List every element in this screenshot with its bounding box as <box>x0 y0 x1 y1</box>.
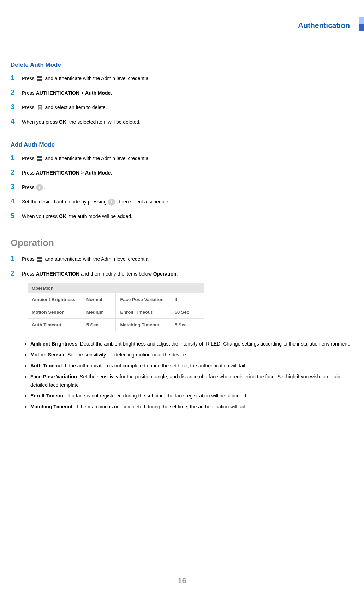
page-header-title: Authentication <box>11 21 353 30</box>
page-edge-marker <box>359 17 364 31</box>
text: and authenticate with the Admin level cr… <box>45 155 151 161</box>
add-step-2: 2 Press AUTHENTICATION > Auth Mode. <box>11 168 353 177</box>
bullet-label: Auth Timeout <box>30 363 62 368</box>
text: Press <box>22 256 36 262</box>
operation-bullets: Ambient Brightness: Detect the ambient b… <box>30 340 353 411</box>
delete-step-1: 1 Press and authenticate with the Admin … <box>11 73 353 83</box>
svg-rect-15 <box>37 260 40 262</box>
text: Press <box>22 170 36 176</box>
operation-table: Operation Ambient Brightness Normal Face… <box>28 283 204 331</box>
text: , the selected item will be deleted. <box>66 119 141 125</box>
table-row: Ambient Brightness Normal Face Pose Vari… <box>28 293 204 306</box>
trash-icon <box>37 104 43 112</box>
text: Press <box>22 105 36 110</box>
cell-value: 5 Sec <box>171 319 204 331</box>
table-row: Auth Timeout 5 Sec Matching Timeout 5 Se… <box>28 319 204 331</box>
text: When you press <box>22 213 59 219</box>
step-text: Press and authenticate with the Admin le… <box>22 73 151 83</box>
step-number: 3 <box>11 102 22 111</box>
add-step-4: 4 Set the desired auth mode by pressing … <box>11 197 353 206</box>
bullet-text: : Set the sensitivity for the position, … <box>30 374 345 388</box>
step-number: 2 <box>11 168 22 176</box>
text: , the auth mode will be added. <box>66 213 132 219</box>
bullet-text: : If the matching is not completed durin… <box>73 404 246 409</box>
bullet-text: : If a face is not registered during the… <box>65 393 248 399</box>
text: Press <box>22 90 36 96</box>
text: Press <box>22 76 36 81</box>
step-text: Press AUTHENTICATION > Auth Mode. <box>22 168 112 177</box>
plus-icon: + <box>108 199 115 206</box>
operation-section-title: Operation <box>11 237 353 248</box>
text: , then select a schedule. <box>116 199 169 205</box>
svg-rect-0 <box>37 76 40 78</box>
step-text: Press AUTHENTICATION > Auth Mode. <box>22 88 112 98</box>
bullet-label: Face Pose Variation <box>30 374 77 379</box>
text: . <box>44 184 46 190</box>
bullet-text: : If the authentication is not completed… <box>62 363 246 368</box>
delete-section-title: Delete Auth Mode <box>11 61 353 69</box>
text-bold: AUTHENTICATION <box>36 90 79 96</box>
cell-label: Auth Timeout <box>28 319 82 331</box>
step-text: When you press OK, the selected item wil… <box>22 117 141 126</box>
svg-rect-4 <box>38 105 42 106</box>
text: and then modify the items below <box>79 271 153 277</box>
text-bold: AUTHENTICATION <box>36 271 79 277</box>
step-number: 4 <box>11 117 22 125</box>
step-number: 5 <box>11 211 22 219</box>
cell-value: 5 Sec <box>82 319 116 331</box>
step-text: Press and authenticate with the Admin le… <box>22 153 151 163</box>
operation-step-2: 2 Press AUTHENTICATION and then modify t… <box>11 269 353 278</box>
step-number: 2 <box>11 269 22 277</box>
step-text: Press and select an item to delete. <box>22 102 107 112</box>
text: . <box>177 271 178 277</box>
text: > <box>79 170 85 176</box>
text-bold: Auth Mode <box>85 170 111 176</box>
step-number: 2 <box>11 88 22 96</box>
delete-step-2: 2 Press AUTHENTICATION > Auth Mode. <box>11 88 353 98</box>
text: Press <box>22 184 36 190</box>
step-number: 4 <box>11 197 22 205</box>
step-text: When you press OK, the auth mode will be… <box>22 211 132 221</box>
add-step-1: 1 Press and authenticate with the Admin … <box>11 153 353 163</box>
bullet-label: Motion Sensor <box>30 352 65 358</box>
add-step-3: 3 Press + . <box>11 182 353 192</box>
cell-label: Motion Sensor <box>28 306 82 319</box>
step-text: Press AUTHENTICATION and then modify the… <box>22 269 178 278</box>
step-text: Set the desired auth mode by pressing + … <box>22 197 169 206</box>
apps-grid-icon <box>37 154 43 163</box>
cell-value: 4 <box>171 293 204 306</box>
bullet-label: Enroll Timeout <box>30 393 65 399</box>
text: When you press <box>22 119 59 125</box>
text: . <box>111 90 112 96</box>
list-item: Face Pose Variation: Set the sensitivity… <box>30 373 353 390</box>
svg-rect-2 <box>37 79 40 81</box>
cell-label: Enroll Timeout <box>116 306 171 319</box>
cell-value: 60 Sec <box>171 306 204 319</box>
text: > <box>79 90 85 96</box>
text-bold: OK <box>59 119 66 125</box>
svg-rect-14 <box>40 257 42 259</box>
cell-value: Medium <box>82 306 116 319</box>
cell-value: Normal <box>82 293 116 306</box>
text-bold: OK <box>59 213 66 219</box>
delete-step-4: 4 When you press OK, the selected item w… <box>11 117 353 126</box>
step-number: 1 <box>11 254 22 262</box>
list-item: Enroll Timeout: If a face is not registe… <box>30 392 353 400</box>
list-item: Motion Sensor: Set the sensitivity for d… <box>30 351 353 359</box>
svg-rect-3 <box>40 79 42 81</box>
add-section-title: Add Auth Mode <box>11 141 353 148</box>
step-number: 1 <box>11 73 22 82</box>
svg-rect-1 <box>40 76 42 78</box>
text-bold: Operation <box>153 271 177 277</box>
text: Press <box>22 155 36 161</box>
cell-label: Face Pose Variation <box>116 293 171 306</box>
table-row: Motion Sensor Medium Enroll Timeout 60 S… <box>28 306 204 319</box>
delete-step-3: 3 Press and select an item to delete. <box>11 102 353 112</box>
cell-label: Ambient Brightness <box>28 293 82 306</box>
list-item: Matching Timeout: If the matching is not… <box>30 403 353 411</box>
text: and authenticate with the Admin level cr… <box>45 256 151 262</box>
page-number: 16 <box>0 576 364 585</box>
bullet-text: : Set the sensitivity for detecting moti… <box>65 352 187 358</box>
svg-rect-13 <box>37 257 40 259</box>
svg-rect-16 <box>40 260 42 262</box>
